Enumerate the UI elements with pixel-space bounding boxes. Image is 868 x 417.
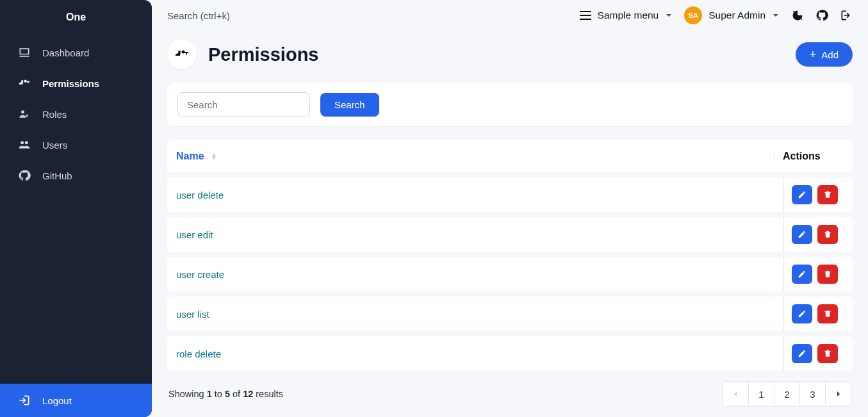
search-input[interactable] — [177, 92, 310, 117]
github-icon — [18, 169, 31, 182]
key-person-icon — [174, 47, 190, 62]
sidebar-item-label: Dashboard — [42, 47, 89, 58]
roles-icon — [18, 108, 31, 120]
page-head: Permissions + Add — [167, 40, 853, 69]
sidebar-item-label: Permissions — [42, 78, 99, 89]
edit-button[interactable] — [792, 344, 812, 363]
brand-title[interactable]: One — [0, 0, 152, 32]
logout-button[interactable]: Logout — [0, 384, 152, 417]
svg-point-4 — [25, 141, 28, 144]
delete-button[interactable] — [817, 304, 838, 323]
sidebar-nav: Dashboard Permissions Roles Users GitHub — [0, 32, 152, 384]
sidebar-item-label: Users — [42, 140, 67, 151]
sidebar-item-roles[interactable]: Roles — [0, 99, 152, 129]
user-name: Super Admin — [708, 10, 766, 21]
github-icon[interactable] — [815, 9, 828, 22]
page-title: Permissions — [208, 44, 318, 65]
sidebar-item-label: GitHub — [42, 170, 72, 181]
chevron-left-icon — [732, 390, 739, 398]
page-icon-wrap — [167, 40, 197, 69]
sidebar-item-github[interactable]: GitHub — [0, 160, 152, 191]
edit-button[interactable] — [792, 265, 812, 284]
pagination: Showing 1 to 5 of 12 results 1 2 3 — [167, 371, 853, 413]
permissions-table: Name ▲▼ Actions user delete user edit — [167, 140, 853, 371]
search-hint[interactable]: Search (ctrl+k) — [167, 10, 230, 21]
trash-icon — [823, 309, 832, 318]
sample-menu-label: Sample menu — [598, 10, 659, 21]
search-button[interactable]: Search — [320, 93, 379, 117]
permission-name-link[interactable]: role delete — [167, 337, 783, 371]
trash-icon — [823, 270, 832, 279]
hamburger-icon — [580, 11, 591, 20]
user-menu-dropdown[interactable]: SA Super Admin — [684, 6, 780, 24]
svg-point-1 — [21, 110, 24, 113]
logout-label: Logout — [42, 395, 72, 406]
pagination-page[interactable]: 3 — [799, 382, 825, 406]
content: Permissions + Add Search Name ▲▼ Actions — [152, 28, 868, 417]
row-actions — [783, 217, 853, 252]
main: Search (ctrl+k) Sample menu SA Super Adm… — [152, 0, 868, 417]
sample-menu-dropdown[interactable]: Sample menu — [580, 10, 673, 21]
permission-name-link[interactable]: user list — [167, 297, 783, 331]
svg-point-3 — [20, 141, 24, 144]
table-row: user create — [167, 257, 853, 291]
edit-button[interactable] — [792, 225, 812, 244]
edit-button[interactable] — [792, 304, 812, 323]
edit-icon — [798, 230, 807, 239]
svg-point-0 — [21, 80, 23, 82]
trash-icon — [823, 230, 832, 239]
avatar: SA — [684, 6, 702, 24]
edit-icon — [798, 190, 807, 199]
row-actions — [783, 257, 853, 291]
pagination-page[interactable]: 1 — [748, 382, 774, 406]
pagination-status: Showing 1 to 5 of 12 results — [168, 389, 283, 399]
chevron-down-icon — [772, 12, 780, 19]
sort-icon[interactable]: ▲▼ — [211, 153, 218, 160]
table-row: user list — [167, 297, 853, 331]
edit-icon — [798, 270, 807, 279]
chevron-right-icon — [835, 390, 842, 398]
table-header: Name ▲▼ Actions — [167, 140, 853, 172]
table-row: user edit — [167, 217, 853, 252]
page-head-left: Permissions — [167, 40, 318, 69]
delete-button[interactable] — [817, 265, 838, 284]
delete-button[interactable] — [817, 344, 838, 363]
permission-name-link[interactable]: user edit — [167, 218, 783, 252]
permission-name-link[interactable]: user delete — [167, 178, 783, 212]
pagination-page[interactable]: 2 — [774, 382, 799, 406]
svg-point-5 — [178, 51, 181, 53]
pagination-buttons: 1 2 3 — [722, 381, 851, 407]
pagination-next[interactable] — [825, 382, 851, 406]
edit-icon — [798, 349, 807, 358]
topbar: Search (ctrl+k) Sample menu SA Super Adm… — [152, 0, 868, 28]
key-person-icon — [18, 77, 31, 90]
delete-button[interactable] — [817, 185, 838, 204]
trash-icon — [823, 349, 832, 358]
sidebar-item-permissions[interactable]: Permissions — [0, 68, 152, 99]
add-label: Add — [821, 49, 839, 60]
permission-name-link[interactable]: user create — [167, 258, 783, 291]
sidebar: One Dashboard Permissions Roles Users Gi… — [0, 0, 152, 417]
row-actions — [783, 297, 853, 331]
edit-icon — [798, 309, 807, 318]
add-button[interactable]: + Add — [796, 42, 853, 67]
column-name[interactable]: Name ▲▼ — [176, 151, 774, 162]
search-bar: Search — [167, 83, 853, 126]
column-name-label: Name — [176, 151, 204, 162]
monitor-icon — [18, 46, 31, 59]
column-actions: Actions — [774, 151, 844, 162]
theme-toggle-icon[interactable] — [791, 9, 804, 22]
chevron-down-icon — [665, 12, 673, 19]
row-actions — [783, 336, 853, 371]
topbar-right: Sample menu SA Super Admin — [580, 6, 853, 24]
edit-button[interactable] — [792, 185, 812, 204]
users-icon — [18, 138, 31, 151]
trash-icon — [823, 190, 832, 199]
sidebar-item-label: Roles — [42, 109, 67, 120]
sidebar-item-users[interactable]: Users — [0, 129, 152, 160]
pagination-prev[interactable] — [723, 382, 748, 406]
sidebar-item-dashboard[interactable]: Dashboard — [0, 37, 152, 68]
logout-icon[interactable] — [840, 9, 853, 22]
delete-button[interactable] — [817, 225, 838, 244]
table-row: role delete — [167, 336, 853, 371]
